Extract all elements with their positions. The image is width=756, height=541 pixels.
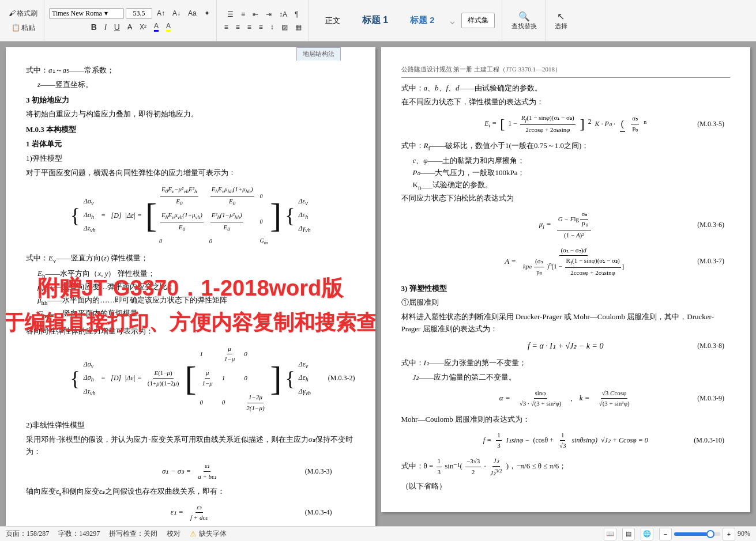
D-matrix-label: [D] — [111, 210, 122, 221]
font-size-value: 53.5 — [133, 9, 145, 17]
paste-button[interactable]: 📋 粘贴 — [9, 21, 38, 35]
style-h1-button[interactable]: 标题 1 — [353, 10, 397, 31]
proofread[interactable]: 校对 — [167, 529, 180, 539]
format-painter-label: 格式刷 — [17, 9, 37, 18]
underline-label: U — [114, 22, 120, 32]
page-info-text: 页面：158/287 — [6, 529, 49, 539]
rp-intro: 式中：a、b、f、d——由试验确定的参数。 — [401, 82, 731, 94]
zoom-slider[interactable] — [674, 532, 720, 536]
iso-matrix: [ 1 μ1−μ 0 μ1−μ 1 0 0 — [185, 342, 281, 415]
font-size-input[interactable]: 53.5 — [126, 8, 152, 19]
strikethrough-button[interactable]: A̶ — [125, 21, 135, 33]
select-button[interactable]: ↖ 选择 — [550, 9, 572, 33]
line-spacing-icon: ↕ — [270, 23, 274, 31]
eq-m034-block: ε₁ = ε₃ f + dcε (M.0.3-4) — [26, 502, 355, 523]
strain-vector: Δεv Δεh Δγvh — [299, 196, 311, 235]
web-view-button[interactable]: 🌐 — [641, 528, 653, 540]
format-painter-icon: 🖌 — [9, 9, 16, 17]
iso-matrix-left: [ — [185, 361, 196, 396]
style-set-label: 样式集 — [468, 16, 488, 24]
mu-vh-label: μvh——竖直向应变…弹平面内应变之比； — [37, 281, 355, 294]
isotropic-text: 各向同性弹性体的应力增量可表示为： — [26, 326, 355, 338]
highlight-icon: A — [166, 22, 171, 32]
zoom-in-button[interactable]: + — [723, 528, 735, 540]
iso-left-brace: { — [70, 368, 80, 389]
eq-num-m036: (M.0.3-6) — [697, 220, 724, 230]
clipboard-section: 🖌 格式刷 📋 粘贴 — [2, 0, 44, 41]
mu-hh-label: μhh——水平面内的……即可确定该应力状态下的弹性矩阵 — [37, 294, 355, 308]
justify-icon: ≡ — [259, 23, 263, 31]
increase-font-button[interactable]: A↑ — [154, 7, 168, 19]
align-center-button[interactable]: ≡ — [233, 21, 243, 33]
style-normal-button[interactable]: 正文 — [317, 12, 349, 30]
print-view-button[interactable]: ▤ — [622, 528, 635, 540]
elastic-model-heading: 1)弹性模型 — [26, 153, 355, 165]
shading-button[interactable]: ▨ — [279, 21, 291, 33]
outdent-button[interactable]: ⇤ — [250, 9, 261, 20]
format-painter-button[interactable]: 🖌 格式刷 — [6, 7, 40, 20]
proofread-text: 校对 — [167, 529, 180, 539]
paste-label: 粘贴 — [21, 23, 35, 33]
highlight-button[interactable]: A — [163, 20, 174, 33]
clear-format-button[interactable]: ✦ — [201, 7, 213, 19]
align-left-button[interactable]: ≡ — [221, 21, 231, 33]
select-icon: ↖ — [557, 11, 565, 22]
eq-num-m034: (M.0.3-4) — [305, 507, 332, 518]
eq-m033-block: σ₁ − σ₃ = ε₁ a + bε₁ (M.0.3-3) — [26, 461, 355, 482]
style-h1-label: 标题 1 — [362, 15, 388, 25]
underline-button[interactable]: U — [111, 21, 123, 33]
search-replace-button[interactable]: 🔍 查找替换 — [507, 9, 541, 33]
style-set-button[interactable]: 样式集 — [461, 13, 495, 28]
left-page: 地层结构法 式中：a₁～a₅——常系数； z——竖直坐标。 3 初始地应力 将初… — [6, 47, 375, 526]
k-frac: √3 Ccosφ √(3 + sin³φ) — [598, 388, 631, 409]
zoom-thumb[interactable] — [706, 530, 714, 538]
word-count-text: 字数：149297 — [58, 529, 100, 539]
change-case-icon: Aa — [188, 9, 197, 17]
indent-button[interactable]: ⇥ — [263, 9, 274, 20]
right-page-container: 公路隧道设计规范 第一册 土建工程（JTG 3370.1—2018） 式中：a、… — [381, 47, 751, 520]
eq-m038-block: f = α · I₁ + √J₂ − k = 0 (M.0.3-8) — [401, 340, 731, 353]
delta-label: |Δε| = — [125, 210, 142, 221]
indent-icon: ⇥ — [266, 10, 272, 18]
font-color-button[interactable]: A — [151, 20, 161, 33]
superscript-button[interactable]: X² — [137, 21, 149, 33]
eq-num-m039: (M.0.3-9) — [697, 393, 724, 404]
spell-check[interactable]: 拼写检查：关闭 — [109, 529, 157, 539]
zoom-out-button[interactable]: − — [659, 528, 672, 540]
align-right-button[interactable]: ≡ — [245, 21, 254, 33]
left-page-container: 地层结构法 式中：a₁～a₅——常系数； z——竖直坐标。 3 初始地应力 将初… — [6, 47, 375, 520]
style-h2-button[interactable]: 标题 2 — [401, 11, 443, 30]
show-hide-button[interactable]: ¶ — [292, 9, 301, 20]
font-family-selector[interactable]: Times New Roma ▾ — [49, 8, 124, 19]
iso-strain-vector: Δεv Δεh Δγvh — [299, 359, 311, 398]
axial-lateral-text: 轴向应变εs和侧向应变ε₃之间假设也存在双曲线关系，即有： — [26, 486, 355, 499]
rock-unit-heading: 1 岩体单元 — [26, 138, 355, 150]
nonlinear-heading: 2)非线性弹性模型 — [26, 419, 355, 432]
numbering-button[interactable]: ≡ — [238, 9, 248, 20]
mohr-coulomb-text: Mohr—Coulomb 屈服准则的表达式为： — [401, 414, 731, 426]
theta-text: 式中：θ = 13 sin⁻¹( −3√32 · J₃J₂3/2 )，−π/6 … — [401, 456, 731, 478]
style-h2-label: 标题 2 — [410, 15, 435, 25]
i1-text: 式中：I₁——应力张量的第一不变量； — [401, 357, 731, 369]
strikethrough-label: A̶ — [127, 23, 132, 31]
change-case-button[interactable]: Aa — [185, 7, 200, 19]
italic-button[interactable]: I — [101, 21, 110, 33]
bracket-open-icon: [ — [500, 113, 505, 135]
right-header-text: 公路隧道设计规范 第一册 土建工程（JTG 3370.1—2018） — [401, 66, 561, 73]
right-brace-icon: { — [285, 205, 295, 226]
left-intro-text: 式中：a₁～a₅——常系数； — [26, 66, 114, 74]
bold-button[interactable]: B — [88, 21, 100, 33]
align-left-icon: ≡ — [224, 23, 228, 31]
read-view-button[interactable]: 📖 — [604, 528, 616, 540]
bullets-button[interactable]: ☰ — [224, 9, 236, 20]
sort-button[interactable]: ↕A — [276, 9, 290, 20]
nonlinear-text: 采用邓肯-张模型的假设，并认为应力-应变关系可用双曲线关系近似描述，则在主应力σ… — [26, 434, 355, 458]
justify-button[interactable]: ≡ — [256, 21, 266, 33]
borders-button[interactable]: ▦ — [292, 21, 304, 33]
left-intro: 式中：a₁～a₅——常系数； — [26, 65, 355, 77]
decrease-font-button[interactable]: A↓ — [170, 7, 183, 19]
gm-label: Gm——竖向平面内的剪切模量。 — [37, 308, 355, 321]
borders-icon: ▦ — [295, 23, 302, 31]
line-spacing-button[interactable]: ↕ — [268, 21, 277, 33]
search-icon: 🔍 — [518, 11, 530, 22]
